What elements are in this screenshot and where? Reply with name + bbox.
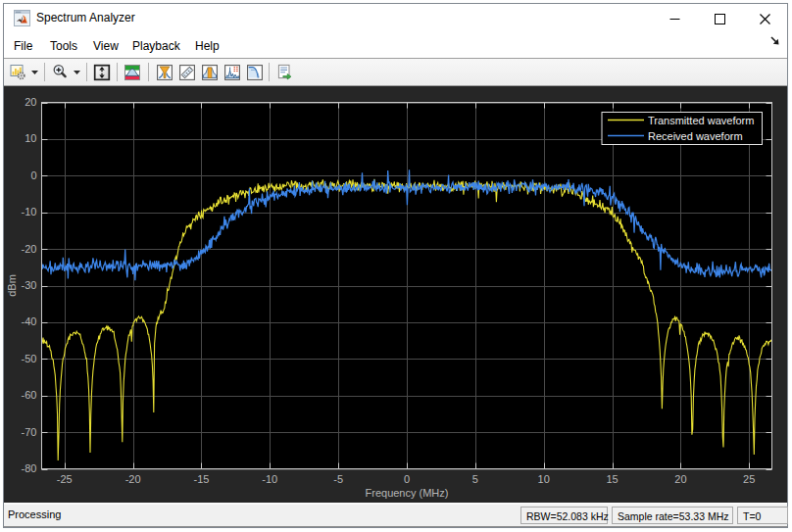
minimize-button[interactable] [652, 4, 697, 33]
menu-view[interactable]: View [90, 37, 122, 55]
spectrum-view-button[interactable] [121, 60, 143, 84]
spectrum-settings-button[interactable] [7, 60, 29, 84]
plot-area: -25-20-15-10-5051015202520100-10-20-30-4… [4, 86, 787, 503]
cursor-measurements-button[interactable] [175, 60, 198, 84]
svg-text:-20: -20 [22, 243, 37, 255]
svg-text:-60: -60 [22, 389, 37, 401]
title-bar[interactable]: Spectrum Analyzer [4, 4, 787, 32]
status-message: Processing [8, 508, 61, 520]
sample-rate-indicator: Sample rate=53.33 MHz [612, 507, 733, 524]
maximize-button[interactable] [697, 4, 742, 33]
toolbar [4, 59, 787, 86]
svg-text:-10: -10 [22, 206, 37, 218]
status-bar: Processing RBW=52.083 kHz Sample rate=53… [4, 503, 787, 527]
svg-text:10: 10 [25, 132, 36, 144]
matlab-app-icon [14, 10, 30, 26]
spectrum-chart[interactable]: -25-20-15-10-5051015202520100-10-20-30-4… [4, 86, 787, 503]
channel-measurements-icon [202, 65, 218, 80]
scale-y-axis-button[interactable] [90, 60, 113, 84]
svg-text:-50: -50 [22, 353, 37, 364]
peak-finder-icon [224, 65, 240, 80]
svg-text:10: 10 [538, 473, 550, 485]
distortion-measurements-icon [157, 65, 173, 80]
cursor-measurements-icon [179, 65, 195, 80]
legend-label: Transmitted waveform [648, 115, 754, 126]
svg-text:25: 25 [743, 473, 755, 485]
menu-tools[interactable]: Tools [47, 37, 80, 55]
svg-text:-70: -70 [22, 426, 37, 438]
svg-text:-15: -15 [194, 473, 210, 485]
y-tick-labels: 20100-10-20-30-40-50-60-70-80 [22, 96, 37, 474]
menu-help[interactable]: Help [192, 37, 223, 55]
peak-finder-button[interactable] [221, 60, 243, 84]
caret-down-icon [74, 71, 80, 74]
svg-text:-30: -30 [22, 279, 37, 291]
dock-icon[interactable] [768, 34, 782, 48]
svg-text:-25: -25 [57, 473, 73, 485]
svg-text:-40: -40 [22, 315, 37, 327]
y-axis-label: dBm [6, 274, 18, 297]
playback-configure-button[interactable] [273, 60, 296, 84]
spectrum-view-icon [124, 65, 140, 80]
zoom-in-icon [52, 64, 69, 80]
window-title: Spectrum Analyzer [36, 11, 135, 24]
svg-text:-20: -20 [125, 473, 141, 485]
svg-text:-10: -10 [262, 473, 277, 485]
rbw-indicator: RBW=52.083 kHz [520, 507, 608, 524]
distortion-measurements-button[interactable] [153, 60, 175, 84]
time-indicator: T=0 [737, 507, 788, 524]
spectrum-settings-dropdown[interactable] [28, 60, 40, 84]
window-controls [652, 4, 787, 33]
zoom-dropdown[interactable] [71, 60, 82, 84]
svg-text:20: 20 [674, 473, 686, 485]
svg-text:20: 20 [25, 96, 36, 108]
menu-file[interactable]: File [11, 37, 35, 55]
legend[interactable]: Transmitted waveformReceived waveform [602, 113, 763, 145]
caret-down-icon [31, 71, 38, 74]
menu-playback[interactable]: Playback [129, 37, 183, 55]
svg-text:-80: -80 [22, 462, 37, 474]
playback-configure-icon [276, 64, 293, 80]
close-button[interactable] [742, 4, 787, 33]
svg-text:-5: -5 [333, 473, 343, 485]
menu-bar: File Tools View Playback Help [4, 32, 787, 59]
svg-text:15: 15 [606, 473, 618, 485]
zoom-in-button[interactable] [49, 60, 72, 84]
spectrum-analyzer-window: Spectrum Analyzer File Tools View Playba… [3, 3, 788, 528]
x-tick-labels: -25-20-15-10-50510152025 [57, 473, 756, 485]
svg-text:0: 0 [30, 169, 36, 181]
ccdf-measurements-button[interactable] [243, 60, 266, 84]
spectrum-settings-icon [10, 64, 26, 80]
scale-y-axis-icon [93, 64, 111, 81]
legend-label: Received waveform [648, 130, 743, 142]
x-axis-label: Frequency (MHz) [366, 487, 449, 499]
svg-text:5: 5 [472, 473, 478, 485]
ccdf-measurements-icon [247, 65, 263, 80]
svg-text:0: 0 [404, 473, 410, 485]
channel-measurements-button[interactable] [198, 60, 221, 84]
